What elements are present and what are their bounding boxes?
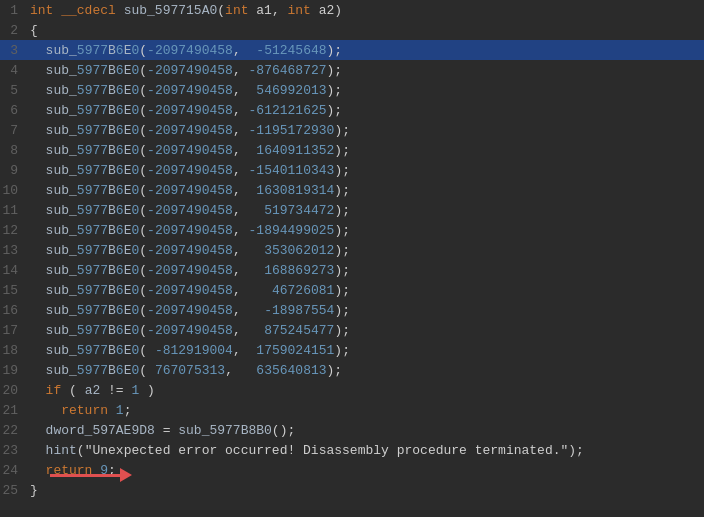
line-content: sub_5977B6E0(-2097490458, 353062012);	[30, 243, 704, 258]
line-content: sub_5977B6E0(-2097490458, 168869273);	[30, 263, 704, 278]
line-content: sub_5977B6E0(-2097490458, -18987554);	[30, 303, 704, 318]
line-number: 15	[0, 283, 30, 298]
line-number: 8	[0, 143, 30, 158]
line-number: 5	[0, 83, 30, 98]
line-number: 13	[0, 243, 30, 258]
code-line: 22 dword_597AE9D8 = sub_5977B8B0();	[0, 420, 704, 440]
code-line: 21 return 1;	[0, 400, 704, 420]
line-content: sub_5977B6E0(-2097490458, -51245648);	[30, 43, 704, 58]
line-number: 16	[0, 303, 30, 318]
line-content: sub_5977B6E0(-2097490458, -876468727);	[30, 63, 704, 78]
code-line: 18 sub_5977B6E0( -812919004, 1759024151)…	[0, 340, 704, 360]
code-line: 15 sub_5977B6E0(-2097490458, 46726081);	[0, 280, 704, 300]
code-line: 5 sub_5977B6E0(-2097490458, 546992013);	[0, 80, 704, 100]
line-content: dword_597AE9D8 = sub_5977B8B0();	[30, 423, 704, 438]
line-content: int __cdecl sub_597715A0(int a1, int a2)	[30, 3, 704, 18]
line-content: hint("Unexpected error occurred! Disasse…	[30, 443, 704, 458]
code-line: 14 sub_5977B6E0(-2097490458, 168869273);	[0, 260, 704, 280]
line-content: sub_5977B6E0(-2097490458, 519734472);	[30, 203, 704, 218]
line-content: {	[30, 23, 704, 38]
arrow-indicator	[50, 468, 132, 482]
code-line: 8 sub_5977B6E0(-2097490458, 1640911352);	[0, 140, 704, 160]
line-number: 24	[0, 463, 30, 478]
line-content: sub_5977B6E0(-2097490458, 875245477);	[30, 323, 704, 338]
line-number: 25	[0, 483, 30, 498]
code-line: 11 sub_5977B6E0(-2097490458, 519734472);	[0, 200, 704, 220]
arrow-head	[120, 468, 132, 482]
line-content: sub_5977B6E0(-2097490458, 546992013);	[30, 83, 704, 98]
line-number: 20	[0, 383, 30, 398]
code-line: 19 sub_5977B6E0( 767075313, 635640813);	[0, 360, 704, 380]
line-number: 19	[0, 363, 30, 378]
code-line: 12 sub_5977B6E0(-2097490458, -1894499025…	[0, 220, 704, 240]
code-line: 13 sub_5977B6E0(-2097490458, 353062012);	[0, 240, 704, 260]
line-content: sub_5977B6E0(-2097490458, 1630819314);	[30, 183, 704, 198]
line-content: if ( a2 != 1 )	[30, 383, 704, 398]
line-number: 1	[0, 3, 30, 18]
line-number: 14	[0, 263, 30, 278]
code-line: 9 sub_5977B6E0(-2097490458, -1540110343)…	[0, 160, 704, 180]
line-number: 6	[0, 103, 30, 118]
code-line: 7 sub_5977B6E0(-2097490458, -1195172930)…	[0, 120, 704, 140]
line-content: sub_5977B6E0(-2097490458, 46726081);	[30, 283, 704, 298]
line-number: 21	[0, 403, 30, 418]
arrow-line	[50, 474, 120, 477]
code-line: 10 sub_5977B6E0(-2097490458, 1630819314)…	[0, 180, 704, 200]
code-line: 6 sub_5977B6E0(-2097490458, -612121625);	[0, 100, 704, 120]
line-content: sub_5977B6E0(-2097490458, -612121625);	[30, 103, 704, 118]
line-number: 18	[0, 343, 30, 358]
line-number: 4	[0, 63, 30, 78]
line-number: 12	[0, 223, 30, 238]
code-line: 17 sub_5977B6E0(-2097490458, 875245477);	[0, 320, 704, 340]
code-line: 25}	[0, 480, 704, 500]
line-content: return 1;	[30, 403, 704, 418]
line-number: 11	[0, 203, 30, 218]
line-number: 22	[0, 423, 30, 438]
code-line: 20 if ( a2 != 1 )	[0, 380, 704, 400]
code-line: 3 sub_5977B6E0(-2097490458, -51245648);	[0, 40, 704, 60]
line-number: 3	[0, 43, 30, 58]
line-content: }	[30, 483, 704, 498]
line-content: sub_5977B6E0( -812919004, 1759024151);	[30, 343, 704, 358]
code-container: 1int __cdecl sub_597715A0(int a1, int a2…	[0, 0, 704, 517]
line-number: 17	[0, 323, 30, 338]
code-line: 2{	[0, 20, 704, 40]
line-number: 9	[0, 163, 30, 178]
line-content: sub_5977B6E0( 767075313, 635640813);	[30, 363, 704, 378]
line-content: sub_5977B6E0(-2097490458, -1894499025);	[30, 223, 704, 238]
line-content: sub_5977B6E0(-2097490458, -1195172930);	[30, 123, 704, 138]
code-line: 23 hint("Unexpected error occurred! Disa…	[0, 440, 704, 460]
line-number: 23	[0, 443, 30, 458]
line-number: 10	[0, 183, 30, 198]
code-line: 1int __cdecl sub_597715A0(int a1, int a2…	[0, 0, 704, 20]
line-number: 7	[0, 123, 30, 138]
line-number: 2	[0, 23, 30, 38]
code-line: 4 sub_5977B6E0(-2097490458, -876468727);	[0, 60, 704, 80]
line-content: sub_5977B6E0(-2097490458, 1640911352);	[30, 143, 704, 158]
line-content: sub_5977B6E0(-2097490458, -1540110343);	[30, 163, 704, 178]
code-line: 16 sub_5977B6E0(-2097490458, -18987554);	[0, 300, 704, 320]
